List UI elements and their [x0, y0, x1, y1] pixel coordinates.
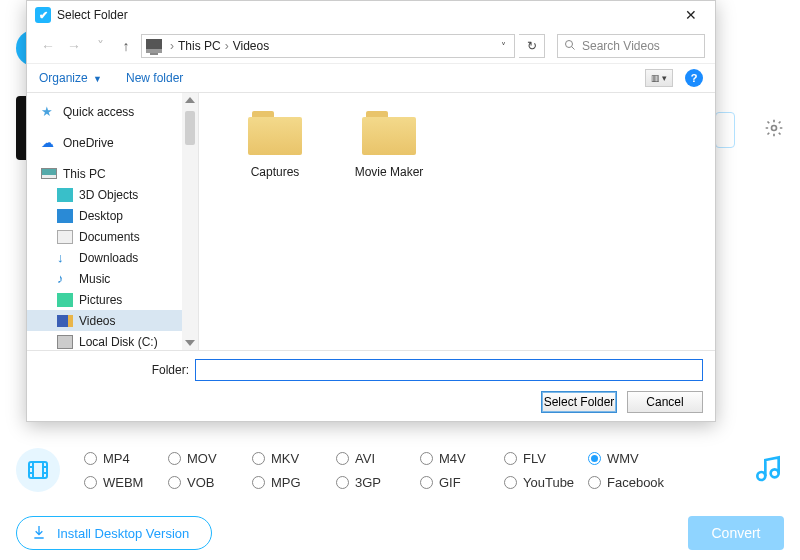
search-icon: [564, 39, 576, 54]
sidebar-scrollbar[interactable]: [182, 93, 198, 350]
format-label: MPG: [271, 475, 301, 490]
format-radio-mpg[interactable]: MPG: [252, 475, 336, 490]
format-radio-vob[interactable]: VOB: [168, 475, 252, 490]
radio-icon: [588, 452, 601, 465]
cube-icon: [57, 188, 73, 202]
close-icon[interactable]: ✕: [673, 7, 709, 23]
up-button[interactable]: ↑: [115, 35, 137, 57]
folder-icon: [248, 111, 302, 155]
folder-icon: [362, 111, 416, 155]
sidebar-item-label: Desktop: [79, 209, 123, 223]
select-folder-button[interactable]: Select Folder: [541, 391, 617, 413]
folder-item[interactable]: Captures: [235, 111, 315, 350]
recent-dropdown[interactable]: ˅: [89, 35, 111, 57]
refresh-button[interactable]: ↻: [519, 34, 545, 58]
format-radio-avi[interactable]: AVI: [336, 451, 420, 466]
format-label: M4V: [439, 451, 466, 466]
format-label: FLV: [523, 451, 546, 466]
sidebar-item-onedrive[interactable]: ☁OneDrive: [27, 132, 198, 153]
sidebar-item-label: Local Disk (C:): [79, 335, 158, 349]
gear-icon[interactable]: [764, 118, 784, 143]
format-label: MP4: [103, 451, 130, 466]
radio-icon: [504, 452, 517, 465]
format-label: WMV: [607, 451, 639, 466]
format-radio-mp4[interactable]: MP4: [84, 451, 168, 466]
music-icon: ♪: [57, 272, 73, 286]
sidebar-item-documents[interactable]: Documents: [27, 226, 198, 247]
disk-icon: [57, 335, 73, 349]
help-button[interactable]: ?: [685, 69, 703, 87]
sidebar-item-label: Pictures: [79, 293, 122, 307]
format-radio-mkv[interactable]: MKV: [252, 451, 336, 466]
pc-icon: [146, 39, 162, 53]
crumb-videos[interactable]: Videos: [233, 39, 269, 53]
format-radio-youtube[interactable]: YouTube: [504, 475, 588, 490]
folder-content-pane[interactable]: CapturesMovie Maker: [199, 93, 715, 350]
search-input[interactable]: Search Videos: [557, 34, 705, 58]
cancel-button[interactable]: Cancel: [627, 391, 703, 413]
video-format-icon[interactable]: [16, 448, 60, 492]
format-radio-webm[interactable]: WEBM: [84, 475, 168, 490]
folder-label: Movie Maker: [349, 165, 429, 179]
install-desktop-button[interactable]: Install Desktop Version: [16, 516, 212, 550]
radio-icon: [420, 452, 433, 465]
sidebar-item-downloads[interactable]: ↓Downloads: [27, 247, 198, 268]
view-options-button[interactable]: ▥ ▾: [645, 69, 673, 87]
format-section: MP4MOVMKVAVIM4VFLVWMVWEBMVOBMPG3GPGIFYou…: [16, 438, 784, 502]
dialog-title: Select Folder: [57, 8, 673, 22]
folder-name-input[interactable]: [195, 359, 703, 381]
convert-button[interactable]: Convert: [688, 516, 784, 550]
svg-line-2: [572, 46, 575, 49]
add-button-fragment[interactable]: [715, 112, 735, 148]
format-label: MOV: [187, 451, 217, 466]
format-radio-facebook[interactable]: Facebook: [588, 475, 672, 490]
sidebar: ★Quick access☁OneDriveThis PC3D ObjectsD…: [27, 93, 199, 350]
toolbar: Organize ▼ New folder ▥ ▾ ?: [27, 63, 715, 93]
format-radio-gif[interactable]: GIF: [420, 475, 504, 490]
sidebar-item-3d-objects[interactable]: 3D Objects: [27, 184, 198, 205]
format-label: VOB: [187, 475, 214, 490]
format-label: Facebook: [607, 475, 664, 490]
cloud-icon: ☁: [41, 136, 57, 150]
download-icon: [31, 524, 47, 543]
back-button[interactable]: ←: [37, 35, 59, 57]
sidebar-item-desktop[interactable]: Desktop: [27, 205, 198, 226]
sidebar-item-quick-access[interactable]: ★Quick access: [27, 101, 198, 122]
chevron-right-icon: ›: [170, 39, 174, 53]
sidebar-item-label: Quick access: [63, 105, 134, 119]
audio-format-icon[interactable]: [752, 452, 784, 488]
sidebar-item-label: Documents: [79, 230, 140, 244]
radio-icon: [252, 476, 265, 489]
document-icon: [57, 230, 73, 244]
sidebar-item-videos[interactable]: Videos: [27, 310, 198, 331]
sidebar-item-this-pc[interactable]: This PC: [27, 163, 198, 184]
breadcrumb[interactable]: › This PC › Videos ˅: [141, 34, 515, 58]
sidebar-item-pictures[interactable]: Pictures: [27, 289, 198, 310]
format-radio-mov[interactable]: MOV: [168, 451, 252, 466]
format-radio-m4v[interactable]: M4V: [420, 451, 504, 466]
radio-icon: [168, 452, 181, 465]
folder-item[interactable]: Movie Maker: [349, 111, 429, 350]
crumb-pc[interactable]: This PC: [178, 39, 221, 53]
format-radio-flv[interactable]: FLV: [504, 451, 588, 466]
folder-label: Captures: [235, 165, 315, 179]
radio-icon: [588, 476, 601, 489]
sidebar-item-label: Videos: [79, 314, 115, 328]
format-radio-3gp[interactable]: 3GP: [336, 475, 420, 490]
format-label: 3GP: [355, 475, 381, 490]
select-folder-dialog: ✔ Select Folder ✕ ← → ˅ ↑ › This PC › Vi…: [26, 0, 716, 422]
radio-icon: [168, 476, 181, 489]
new-folder-button[interactable]: New folder: [126, 71, 183, 85]
titlebar: ✔ Select Folder ✕: [27, 1, 715, 29]
format-radio-wmv[interactable]: WMV: [588, 451, 672, 466]
forward-button[interactable]: →: [63, 35, 85, 57]
videos-icon: [57, 315, 73, 327]
chevron-down-icon[interactable]: ˅: [497, 41, 510, 52]
sidebar-item-local-disk-c-[interactable]: Local Disk (C:): [27, 331, 198, 350]
download-icon: ↓: [57, 251, 73, 265]
organize-menu[interactable]: Organize ▼: [39, 71, 102, 85]
nav-bar: ← → ˅ ↑ › This PC › Videos ˅ ↻ Search Vi…: [27, 29, 715, 63]
sidebar-item-label: Music: [79, 272, 110, 286]
sidebar-item-music[interactable]: ♪Music: [27, 268, 198, 289]
sidebar-item-label: Downloads: [79, 251, 138, 265]
